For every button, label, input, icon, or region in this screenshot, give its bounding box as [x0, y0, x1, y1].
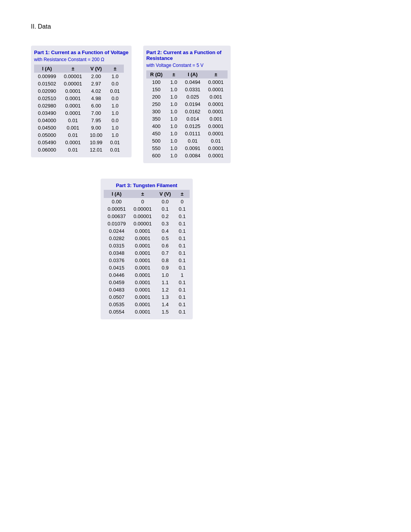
- table-row: 0.05070.00011.30.1: [104, 293, 190, 301]
- table-row: 0.050000.0110.001.0: [34, 131, 124, 139]
- table-row: 0.04590.00011.10.1: [104, 279, 190, 286]
- table-row: 0.03760.00010.80.1: [104, 257, 190, 264]
- table-row: 0.045000.0019.001.0: [34, 124, 124, 131]
- table-row: 1001.00.04940.0001: [146, 78, 228, 86]
- part2-col-r: R (Ω): [146, 70, 166, 78]
- table-row: 0.034900.00017.001.0: [34, 109, 124, 117]
- table-row: 0.02440.00010.40.1: [104, 227, 190, 235]
- table-row: 6001.00.00840.0001: [146, 152, 228, 159]
- part3-header-row: I (A) ± V (V) ±: [104, 190, 190, 198]
- table-row: 0.04830.00011.20.1: [104, 286, 190, 293]
- table-row: 0.05540.00011.50.1: [104, 308, 190, 315]
- part2-header-row: R (Ω) ± I (A) ±: [146, 70, 228, 78]
- part1-subtitle: with Resistance Constant = 200 Ω: [34, 57, 128, 62]
- table-row: 0.010790.000010.30.1: [104, 220, 190, 227]
- part1-col-ia: I (A): [34, 65, 60, 73]
- table-row: 0.03480.00010.70.1: [104, 249, 190, 257]
- section-heading: II. Data: [31, 23, 380, 30]
- table-row: 0.05350.00011.40.1: [104, 301, 190, 308]
- part3-col-pm1: ±: [130, 190, 156, 198]
- table-row: 2001.00.0250.001: [146, 93, 228, 101]
- part2-col-pm1: ±: [166, 70, 181, 78]
- part1-section: Part 1: Current as a Function of Voltage…: [31, 46, 132, 157]
- table-row: 1501.00.03310.0001: [146, 86, 228, 93]
- part2-col-ia: I (A): [181, 70, 204, 78]
- table-row: 3001.00.01620.0001: [146, 108, 228, 115]
- part1-col-pm2: ±: [106, 65, 124, 73]
- table-row: 0.029800.00016.001.0: [34, 102, 124, 109]
- part1-col-pm1: ±: [60, 65, 86, 73]
- table-row: 0.000510.000010.10.1: [104, 205, 190, 213]
- part3-col-pm2: ±: [175, 190, 190, 198]
- part2-title: Part 2: Current as a Function ofResistan…: [146, 49, 228, 61]
- table-row: 0.020900.00014.020.01: [34, 87, 124, 95]
- table-row: 4001.00.01250.0001: [146, 123, 228, 130]
- table-row: 0.054900.000110.990.01: [34, 139, 124, 146]
- main-tables-container: Part 1: Current as a Function of Voltage…: [31, 46, 380, 163]
- part3-col-vv: V (V): [156, 190, 175, 198]
- part1-header-row: I (A) ± V (V) ±: [34, 65, 124, 73]
- table-row: 0.04460.00011.01: [104, 271, 190, 279]
- table-row: 5501.00.00910.0001: [146, 145, 228, 152]
- table-row: 0.060000.0112.010.01: [34, 146, 124, 153]
- part1-table: I (A) ± V (V) ± 0.009990.000012.001.00.0…: [34, 65, 124, 153]
- table-row: 0.0000.00: [104, 198, 190, 205]
- table-row: 0.015020.000012.970.0: [34, 80, 124, 87]
- table-row: 0.04150.00010.90.1: [104, 264, 190, 271]
- part2-col-pm2: ±: [204, 70, 228, 78]
- part1-col-vv: V (V): [86, 65, 106, 73]
- part1-title: Part 1: Current as a Function of Voltage: [34, 49, 128, 55]
- table-row: 0.040000.017.950.0: [34, 117, 124, 124]
- part2-subtitle: with Voltage Constant = 5 V: [146, 63, 228, 68]
- table-row: 0.025100.00014.980.0: [34, 95, 124, 102]
- part3-section: Part 3: Tungsten Filament I (A) ± V (V) …: [101, 179, 193, 319]
- table-row: 0.009990.000012.001.0: [34, 73, 124, 80]
- part3-table: I (A) ± V (V) ± 0.0000.000.000510.000010…: [104, 190, 190, 315]
- table-row: 0.006370.000010.20.1: [104, 213, 190, 220]
- table-row: 0.03150.00010.60.1: [104, 242, 190, 249]
- part2-section: Part 2: Current as a Function ofResistan…: [143, 46, 231, 163]
- table-row: 2501.00.01940.0001: [146, 101, 228, 108]
- part2-table: R (Ω) ± I (A) ± 1001.00.04940.00011501.0…: [146, 70, 228, 159]
- table-row: 5001.00.010.01: [146, 137, 228, 145]
- table-row: 4501.00.01110.0001: [146, 130, 228, 137]
- table-row: 3501.00.0140.001: [146, 115, 228, 123]
- part3-col-ia: I (A): [104, 190, 130, 198]
- table-row: 0.02820.00010.50.1: [104, 235, 190, 242]
- part3-title: Part 3: Tungsten Filament: [104, 182, 190, 188]
